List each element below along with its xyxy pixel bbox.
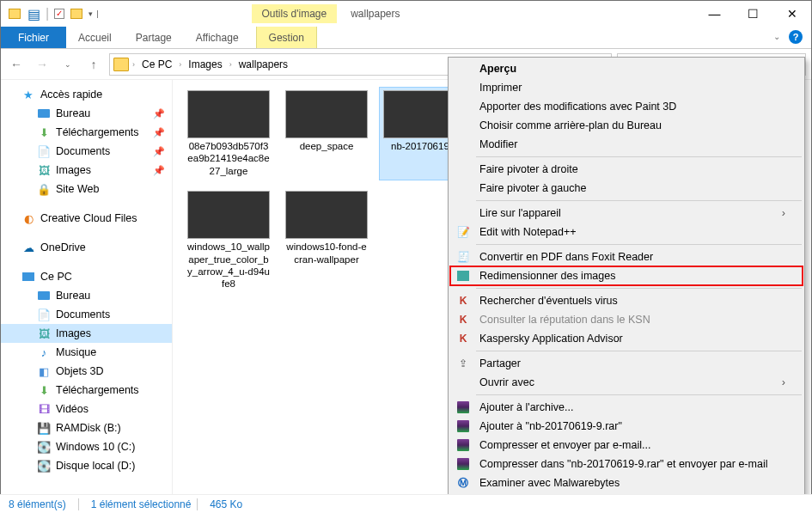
file-label: deep_space — [300, 140, 354, 152]
menu-ksn[interactable]: KConsulter la réputation dans le KSN — [450, 310, 803, 329]
sidebar-quick-access[interactable]: ★Accès rapide — [1, 85, 172, 104]
chevron-right-icon: › — [782, 376, 785, 388]
sidebar-creative-cloud[interactable]: ◐Creative Cloud Files — [1, 209, 172, 228]
status-item-count: 8 élément(s) — [9, 498, 66, 510]
chevron-right-icon[interactable]: › — [132, 60, 135, 69]
sidebar-siteweb[interactable]: 🔒Site Web — [1, 180, 172, 198]
tab-view[interactable]: Affichage — [184, 27, 251, 48]
navigation-pane[interactable]: ★Accès rapide Bureau📌 ⬇Téléchargements📌 … — [1, 80, 173, 494]
pc-icon — [21, 270, 35, 284]
sidebar-cepc[interactable]: Ce PC — [1, 267, 172, 286]
maximize-button[interactable]: ☐ — [734, 1, 772, 27]
sidebar-desktop-2[interactable]: Bureau — [1, 286, 172, 305]
folder-icon — [70, 7, 83, 21]
crumb-images[interactable]: Images — [185, 57, 225, 72]
menu-add-rar[interactable]: Ajouter à "nb-20170619-9.rar" — [450, 417, 803, 436]
download-icon: ⬇ — [37, 125, 51, 139]
thumbnail-icon — [187, 90, 270, 138]
sidebar-music[interactable]: ♪Musique — [1, 343, 172, 362]
pin-icon: 📌 — [153, 165, 165, 176]
documents-icon: 📄 — [37, 144, 51, 158]
sidebar-images[interactable]: 🖼Images📌 — [1, 161, 172, 180]
file-label: windows10-fond-ecran-wallpaper — [284, 241, 369, 266]
sidebar-images-2[interactable]: 🖼Images — [1, 324, 172, 343]
tab-file[interactable]: Fichier — [1, 27, 66, 48]
menu-open-with[interactable]: Ouvrir avec› — [450, 373, 803, 392]
chevron-right-icon[interactable]: › — [229, 60, 232, 69]
chevron-right-icon[interactable]: › — [179, 60, 181, 69]
winrar-icon — [455, 419, 471, 433]
sidebar-downloads[interactable]: ⬇Téléchargements📌 — [1, 123, 172, 142]
sidebar-ramdisk[interactable]: 💾RAMDisk (B:) — [1, 418, 172, 437]
menu-preview[interactable]: Aperçu — [450, 59, 803, 78]
pdf-icon: 🧾 — [455, 250, 471, 264]
menu-rotate-left[interactable]: Faire pivoter à gauche — [450, 179, 803, 198]
minimize-button[interactable]: — — [695, 1, 734, 27]
file-item[interactable]: 08e7b093db570f3ea9b21419e4ac8e27_large — [183, 87, 274, 180]
quick-access-toolbar: ▤ | ✓ ▾ | — [1, 6, 106, 21]
drive-icon: 💽 — [37, 459, 51, 473]
sidebar-onedrive[interactable]: ☁OneDrive — [1, 238, 172, 257]
thumbnail-icon — [285, 191, 368, 239]
menu-resize-images[interactable]: Redimensionner des images — [450, 266, 803, 285]
winrar-icon — [455, 457, 471, 471]
menu-scan-virus[interactable]: KRechercher d'éventuels virus — [450, 291, 803, 310]
drive-icon: 💾 — [37, 421, 51, 435]
winrar-icon — [455, 400, 471, 414]
desktop-icon — [37, 289, 51, 302]
images-icon: 🖼 — [37, 163, 51, 177]
crumb-wallpapers[interactable]: wallpapers — [235, 57, 291, 72]
checkbox-icon[interactable]: ✓ — [54, 9, 64, 19]
status-selected: 1 élément sélectionné 465 Ko — [78, 498, 242, 510]
file-item[interactable]: windows_10_wallpaper_true_color_by_arrow… — [183, 187, 274, 294]
menu-cast[interactable]: Lire sur l'appareil› — [450, 204, 803, 223]
download-icon: ⬇ — [37, 383, 51, 397]
sidebar-desktop[interactable]: Bureau📌 — [1, 104, 172, 123]
menu-notepadpp[interactable]: 📝Edit with Notepad++ — [450, 223, 803, 241]
menu-paint3d[interactable]: Apporter des modifications avec Paint 3D — [450, 97, 803, 116]
resize-icon — [455, 269, 471, 283]
file-item[interactable]: windows10-fond-ecran-wallpaper — [281, 187, 372, 294]
tab-manage[interactable]: Gestion — [256, 27, 317, 48]
images-icon: 🖼 — [37, 327, 51, 340]
menu-add-archive[interactable]: Ajouter à l'archive... — [450, 398, 803, 417]
qat-dropdown-icon[interactable]: ▾ — [89, 9, 93, 18]
up-button[interactable]: ↑ — [83, 54, 104, 75]
file-item[interactable]: deep_space — [281, 87, 372, 180]
menu-modify[interactable]: Modifier — [450, 135, 803, 154]
pin-icon: 📌 — [153, 108, 165, 119]
crumb-cepc[interactable]: Ce PC — [138, 57, 175, 72]
notepadpp-icon: 📝 — [455, 225, 471, 239]
menu-kaa[interactable]: KKaspersky Application Advisor — [450, 329, 803, 348]
sidebar-videos[interactable]: 🎞Vidéos — [1, 400, 172, 418]
menu-rotate-right[interactable]: Faire pivoter à droite — [450, 160, 803, 179]
menu-print[interactable]: Imprimer — [450, 78, 803, 97]
menu-compress-mail[interactable]: Compresser et envoyer par e-mail... — [450, 436, 803, 455]
music-icon: ♪ — [37, 345, 51, 359]
menu-compress-rar-mail[interactable]: Compresser dans "nb-20170619-9.rar" et e… — [450, 455, 803, 473]
menu-foxit-pdf[interactable]: 🧾Convertir en PDF dans Foxit Reader — [450, 247, 803, 266]
chevron-right-icon: › — [782, 207, 785, 219]
properties-icon[interactable]: ▤ — [27, 7, 40, 21]
close-button[interactable]: ✕ — [772, 1, 811, 27]
help-icon[interactable]: ? — [789, 30, 803, 44]
menu-malwarebytes[interactable]: ⓂExaminer avec Malwarebytes — [450, 473, 803, 492]
recent-dropdown-icon[interactable]: ⌄ — [58, 54, 78, 75]
sidebar-documents[interactable]: 📄Documents📌 — [1, 142, 172, 161]
tab-share[interactable]: Partage — [124, 27, 184, 48]
sidebar-dlocal[interactable]: 💽Disque local (D:) — [1, 456, 172, 475]
malwarebytes-icon: Ⓜ — [455, 476, 471, 490]
tab-home[interactable]: Accueil — [66, 27, 124, 48]
qat-separator: | — [46, 6, 49, 21]
back-button[interactable]: ← — [6, 54, 27, 75]
sidebar-win10[interactable]: 💽Windows 10 (C:) — [1, 437, 172, 456]
forward-button[interactable]: → — [32, 54, 52, 75]
sidebar-documents-2[interactable]: 📄Documents — [1, 305, 172, 324]
sidebar-downloads-2[interactable]: ⬇Téléchargements — [1, 381, 172, 400]
file-label: 08e7b093db570f3ea9b21419e4ac8e27_large — [186, 140, 271, 177]
documents-icon: 📄 — [37, 308, 51, 321]
menu-share[interactable]: ⇪Partager — [450, 354, 803, 373]
menu-set-wallpaper[interactable]: Choisir comme arrière-plan du Bureau — [450, 116, 803, 135]
ribbon-collapse-icon[interactable]: ⌄ — [765, 27, 789, 48]
sidebar-3d[interactable]: ◧Objets 3D — [1, 362, 172, 381]
